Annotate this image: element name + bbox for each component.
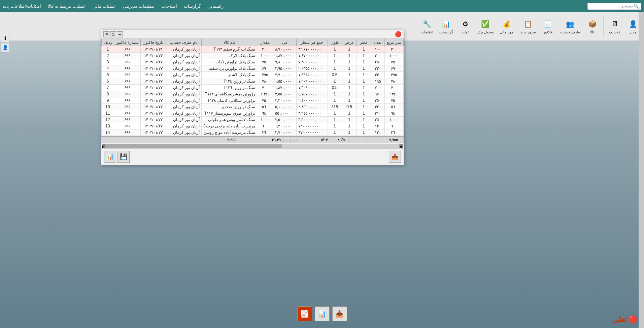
- nav-item-gozareshat[interactable]: گزارشات: [184, 4, 201, 9]
- logo-symbol: 🔴: [628, 315, 637, 324]
- bottom-icon-3[interactable]: 📈: [297, 306, 312, 321]
- search-box[interactable]: 🔍: [587, 3, 641, 10]
- nav-item-eslahat[interactable]: اصلاحات: [161, 4, 177, 9]
- table-row[interactable]: ۳٦۰۱۲۰111۹۷۲,۰۰۰,۰۰۰۲,۷۰۰,۰۰۰۳٦۰سنگ مرمر…: [102, 129, 404, 136]
- table-body: ۳۰۰۱۰۰111۳۲,۶۱۰,۰۰۰,۰۰۰۸,۷۰۰,۰۰۰۳۰۰سنگ آ…: [102, 46, 404, 136]
- nav-item-tanzim[interactable]: تنظیمات مدیریتی: [123, 4, 155, 9]
- table-cell: ۲,۷۰۰,۰۰۰: [273, 129, 296, 136]
- table-cell: ۷۰۰: [257, 85, 273, 91]
- table-cell: ۱,۸۷۰,۰۰۰,۰۰۰: [296, 53, 328, 59]
- right-scrollbar[interactable]: [639, 12, 644, 328]
- table-cell: ۶۹۶: [114, 110, 141, 117]
- table-cell: ۳,٥۰۰,۰۰۰,۰۰۰: [296, 117, 328, 123]
- table-cell: 1: [328, 59, 342, 65]
- bottom-icon-1[interactable]: 📥: [332, 306, 347, 321]
- toolbar-gozareshat[interactable]: 📊 گزارشات: [437, 17, 455, 36]
- table-cell: ۳۰۰: [257, 46, 273, 53]
- table-cell: ۴۹۵: [257, 72, 273, 78]
- table-row[interactable]: ۱,۰۰۰۲٥۰111۳,٥۰۰,۰۰۰,۰۰۰۳,٥۰۰,۰۰۰۱,۰۰۰سن…: [102, 117, 404, 123]
- maximize-button[interactable]: □: [110, 31, 116, 37]
- scroll-track[interactable]: [105, 144, 400, 148]
- toolbar-omor-mali[interactable]: 💰 امور مالی: [497, 17, 517, 36]
- toolbar-tanzim[interactable]: 🔧 تنظیمات: [418, 17, 436, 36]
- table-cell: 1: [342, 46, 357, 53]
- table-cell: ۱۴۰۳/۰۱/۲۷: [141, 91, 166, 97]
- table-cell: ۶۹۶: [114, 97, 141, 104]
- table-cell: ۱,۳۰۹,۰۰۰,۰۰۰: [296, 85, 328, 91]
- toolbar-vosal-chek[interactable]: ✅ وصول چک: [475, 17, 496, 36]
- gozareshat-icon: 📊: [441, 19, 451, 29]
- table-row[interactable]: ۷۵۰۲۵۰111۷,۳۵۰,۰۰۰,۰۰۰۹,۸۰۰,۰۰۰۷۵۰سنگ پل…: [102, 59, 404, 65]
- toolbar-kala[interactable]: 📦 کالا: [584, 17, 601, 36]
- toolbar-sodor-sanad[interactable]: 📋 صدور سند: [518, 17, 538, 36]
- table-row[interactable]: ۶۹۰۲۳۰111۲,۰۳۵۵,۰۰۰,۰۰۰۲,۹۵۰,۰۰۰۶۹۰سنگ پ…: [102, 65, 404, 72]
- table-cell: ۶۹۶: [114, 46, 141, 53]
- scroll-thumb[interactable]: [106, 144, 282, 148]
- table-cell: آریان پور کرمان: [166, 129, 201, 136]
- toolbar-classic[interactable]: 🖥 کلاسیک: [606, 17, 623, 36]
- table-row[interactable]: ۷۰۰۷۰۰110.5۱,۳۰۹,۰۰۰,۰۰۰۱,۸۷۰,۰۰۰۷۰۰سنگ …: [102, 85, 404, 91]
- scroll-left-arrow[interactable]: ◄: [400, 144, 403, 148]
- factor-label: فاکتور: [543, 30, 552, 34]
- toolbar-sep-1: [603, 16, 604, 36]
- table-cell: 13: [102, 123, 114, 129]
- table-cell: 9: [102, 97, 114, 104]
- table-row[interactable]: ٥٦۰۳۲۰10.5315۲,۸٥٦,۰۰۰,۰۰۰٥,۱۰۰,۰۰۰٥٦۰سن…: [102, 104, 404, 110]
- table-row[interactable]: ۱۳٤۰٦۷۰111٤,۷۵۷,۰۰۰,۰۰۰۳,٥٥۰,۰۰۰۱,۳٤۰رژو…: [102, 91, 404, 97]
- table-row[interactable]: ۷٥۰۲٥۰111۲,٤۰۰,۰۰۰,۰۰۰۳,۲۰۰,۰۰۰۷۵۰تراورت…: [102, 97, 404, 104]
- table-row[interactable]: ٦٤۰۲۱۰111۳,٦٤٥,۰۰۰,۰۰۰٥٥۰,۰۰۰٦٤۰تراورتن …: [102, 110, 404, 117]
- table-cell: 1: [342, 110, 357, 117]
- exit-dialog-button[interactable]: 📤: [389, 151, 401, 163]
- classic-icon: 🖥: [609, 19, 620, 29]
- table-row[interactable]: ٦۰۰۱۲۰111۷۲۰,۰۰۰,۰۰۰۱,۲۰۰,۰۰۰٦۰۰مرمریت آ…: [102, 123, 404, 129]
- search-input[interactable]: [590, 4, 634, 8]
- table-cell: 1: [328, 97, 342, 104]
- chart-button[interactable]: 📊: [104, 151, 116, 163]
- col-header-factor: شماره فاکتور: [114, 39, 141, 46]
- sidebar-user-btn[interactable]: 👤: [1, 43, 9, 52]
- table-cell: 315: [328, 104, 342, 110]
- table-row[interactable]: ۳۰۰۱۰۰111۳۲,۶۱۰,۰۰۰,۰۰۰۸,۷۰۰,۰۰۰۳۰۰سنگ آ…: [102, 46, 404, 53]
- table-cell: 1: [357, 46, 371, 53]
- toolbar-tolid[interactable]: ⚙ تولید: [457, 17, 474, 36]
- table-row[interactable]: ۴۹۵۳۳۰110.5۱,۳۳۶۵,۰۰۰,۰۰۰۲,۷۰۰,۰۰۰۴۹۵سنگ…: [102, 72, 404, 78]
- data-table-container: متر مربع تعداد قطر عرض طول جمع هر سطر فی…: [101, 39, 404, 136]
- table-cell: 1: [328, 65, 342, 72]
- nav-item-amaliyat-mali[interactable]: عملیات مالی: [93, 4, 116, 9]
- table-cell: سنگ پلاک لارک: [201, 53, 257, 59]
- table-row[interactable]: ۷۸۰۱۹۵111۱,۲۰۹,۰۰۰,۰۰۰۱,٥۵۰,۰۰۰۷۸۰سنگ تر…: [102, 78, 404, 85]
- tanzim-icon: 🔧: [421, 19, 432, 29]
- table-cell: 14: [102, 129, 114, 136]
- scroll-right-arrow[interactable]: ►: [102, 144, 105, 148]
- save-button[interactable]: 💾: [117, 151, 130, 163]
- horizontal-scrollbar[interactable]: ◄ ►: [101, 143, 404, 148]
- table-cell: 1: [342, 85, 357, 91]
- bottom-icon-2[interactable]: 📊: [315, 306, 330, 321]
- table-cell: ۶۹۶: [114, 91, 141, 97]
- table-cell: 1: [328, 46, 342, 53]
- top-navbar: 🔍 راهنمایی گزارشات اصلاحات تنظیمات مدیری…: [0, 0, 644, 12]
- nav-item-amaliyat-kala[interactable]: عملیات مرتبط به کالا: [48, 4, 86, 9]
- nav-item-emkanat[interactable]: امکانات/اطلاعات پایه: [3, 4, 41, 9]
- close-button[interactable]: ✕: [103, 31, 109, 37]
- table-cell: ۶۹۶: [114, 104, 141, 110]
- table-cell: ۷۸۰: [257, 78, 273, 85]
- table-row[interactable]: ۱,۰۰۰۲۰۰111۱,۸۷۰,۰۰۰,۰۰۰۱,۸۷۰,۰۰۰۱,۰۰۰سن…: [102, 53, 404, 59]
- nav-item-rahnomay[interactable]: راهنمایی: [207, 4, 224, 9]
- table-cell: ۲,۷۰۰,۰۰۰: [273, 72, 296, 78]
- footer-fi: [242, 137, 269, 143]
- col-header-account: نام طرف حساب: [166, 39, 201, 46]
- table-cell: 1: [342, 59, 357, 65]
- minimize-button[interactable]: ─: [117, 31, 123, 37]
- table-cell: ۱,۸۷۰,۰۰۰: [273, 85, 296, 91]
- table-cell: ۱۴۰۳/۰۱/۲۷: [141, 129, 166, 136]
- col-header-fi: فی: [273, 39, 296, 46]
- table-cell: ۱,۰۰۰: [384, 117, 403, 123]
- toolbar-taraf-hesab[interactable]: 👥 طرف حساب: [558, 17, 582, 36]
- toolbar-factor[interactable]: 🧾 فاکتور: [540, 17, 556, 36]
- table-cell: 1: [357, 59, 371, 65]
- dialog-footer: 📤 💾 📊: [101, 148, 404, 165]
- data-table: متر مربع تعداد قطر عرض طول جمع هر سطر فی…: [101, 39, 404, 136]
- table-cell: سنگ تراورتن T۱۲٤: [201, 78, 257, 85]
- sidebar-info-btn[interactable]: ℹ: [1, 34, 9, 42]
